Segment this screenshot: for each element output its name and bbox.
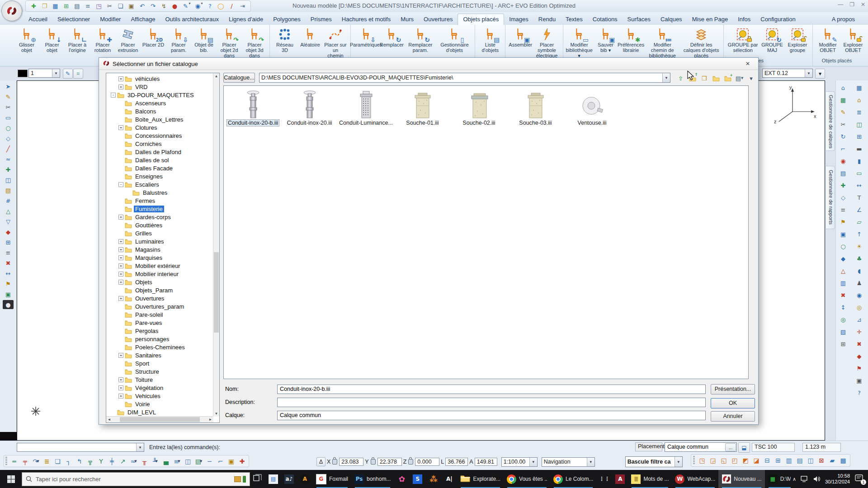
layer-assign-button[interactable]: ⬓ — [738, 442, 750, 453]
menu-tab-infos[interactable]: Infos — [733, 14, 755, 25]
toolbar-grip[interactable] — [693, 456, 695, 465]
file-item-conduit-inox-20-b-iii[interactable]: Conduit-inox-20-b.iii — [225, 89, 281, 126]
diamond-icon[interactable]: ◇ — [838, 193, 849, 202]
tree-item-objets[interactable]: +Objets — [106, 278, 213, 286]
tree-item-sanitaires[interactable]: +Sanitaires — [106, 351, 213, 359]
ribbon-button-placer-l-origine[interactable]: ∟Placer à l'origine — [65, 26, 90, 53]
file-item-souche-03-iii[interactable]: Souche-03.iii — [507, 89, 564, 126]
plus-grid-icon[interactable]: ⊞ — [838, 339, 849, 349]
x-coordinate-field[interactable]: 23.083 — [339, 458, 363, 466]
person-icon[interactable]: ♟ — [854, 278, 865, 288]
area-icon[interactable]: ▱ — [854, 217, 865, 227]
plus-tool-icon[interactable]: ✚ — [3, 165, 14, 174]
hatch-icon[interactable]: ▦ — [838, 95, 849, 105]
volume-icon[interactable] — [813, 476, 821, 482]
view-cube-front-icon[interactable]: ◩ — [741, 455, 750, 465]
menu-tab-surfaces[interactable]: Surfaces — [623, 14, 656, 25]
target-icon[interactable]: ◉ — [838, 156, 849, 166]
menu-tab-configuration[interactable]: Configuration — [755, 14, 800, 25]
curve-tool-icon[interactable]: ≈ — [3, 155, 14, 164]
ribbon-button-placer-2d[interactable]: 2DPlacer 2D — [141, 26, 166, 48]
y-lock-icon[interactable] — [371, 459, 376, 465]
tree-horizontal-scrollbar[interactable]: ◄ ► — [106, 416, 213, 422]
expand-icon[interactable]: + — [118, 239, 123, 244]
ribbon-button-sauver-bib[interactable]: ▣Sauver bib ▾ — [593, 26, 618, 53]
edit-icon[interactable]: ✎ — [838, 108, 849, 117]
ok-button[interactable]: OK — [711, 398, 755, 408]
cut-tool-icon[interactable]: ✂ — [3, 103, 14, 112]
file-item-souche-01-iii[interactable]: Souche-01.iii — [394, 89, 451, 126]
wall-arc-icon[interactable]: ↷▼ — [31, 456, 41, 466]
menu-tab-outils-architecturaux[interactable]: Outils architecturaux — [160, 14, 224, 25]
menu-tab-accueil[interactable]: Accueil — [24, 14, 52, 25]
tree-item-3d-pour-maquettes[interactable]: -3D-POUR_MAQUETTES — [106, 91, 213, 99]
tree-item-sport[interactable]: Sport — [106, 359, 213, 367]
calque-field[interactable]: Calque commun — [277, 411, 706, 420]
ribbon-button-placer-param[interactable]: ⇩Placer param. — [166, 26, 191, 53]
beam-icon[interactable]: ▬ — [854, 144, 865, 154]
expand-icon[interactable]: + — [118, 377, 123, 382]
wall-top-line-icon[interactable]: ╤ — [20, 456, 30, 466]
app-notes[interactable]: ≣Mots de ... — [628, 470, 672, 488]
tree-item-objets-param[interactable]: Objets_Param — [106, 286, 213, 294]
diamond-tool-icon[interactable]: ◇ — [3, 134, 14, 143]
description-field[interactable] — [277, 398, 706, 407]
wall-hatch-icon[interactable]: ▤▼ — [193, 456, 204, 466]
ribbon-button-groupe-par-s-lection[interactable]: GROUPE par sélection — [726, 26, 760, 53]
menu-tab-polygones[interactable]: Polygones — [268, 14, 306, 25]
no-view-icon[interactable]: ⊠ — [816, 455, 826, 465]
tree-item-dalles-facade[interactable]: Dalles Facade — [106, 164, 213, 172]
menu-tab-hachures-et-motifs[interactable]: Hachures et motifs — [337, 14, 396, 25]
app-people[interactable]: ▤ — [265, 470, 281, 488]
placement-button[interactable]: Placement — [635, 442, 662, 451]
library-icon[interactable]: ❒ — [699, 74, 709, 82]
chevron-down-icon[interactable]: ▼ — [200, 460, 202, 463]
tree-item-marquises[interactable]: +Marquises — [106, 253, 213, 262]
solid-diamond-icon[interactable]: ◆ — [838, 254, 849, 263]
view-cube-left-icon[interactable]: ◱ — [719, 455, 729, 465]
chevron-down-icon[interactable]: ▼ — [37, 460, 39, 463]
tree-item-personnages[interactable]: personnages — [106, 335, 213, 343]
new-file-icon[interactable]: ✚ — [29, 2, 38, 10]
highlight-icon[interactable]: ◯ — [217, 2, 225, 10]
z-coordinate-field[interactable]: 0.000 — [415, 458, 439, 466]
tree-item-balcons[interactable]: Balcons — [106, 107, 213, 115]
chevron-down-icon[interactable]: ▼ — [188, 2, 191, 10]
ribbon-button-d-finir-les-calques-d-objets-plac-s[interactable]: Définir les calques d'objets placés — [681, 26, 721, 59]
current-color-swatch[interactable] — [18, 70, 28, 77]
ribbon-button-remplacer-param[interactable]: ↻Remplacer param. — [404, 26, 436, 53]
paint-icon[interactable]: ◆ — [854, 352, 865, 361]
slab-icon[interactable]: ▭ — [854, 169, 865, 178]
expand-icon[interactable]: + — [118, 272, 123, 277]
tree-item-dalles-de-sol[interactable]: Dalles de sol — [106, 156, 213, 164]
hatch-tool-icon[interactable]: ▤ — [3, 186, 14, 195]
calque-more-button[interactable]: ... — [725, 443, 736, 451]
ribbon-button-liste-d-objets[interactable]: ▤Liste d'objets — [477, 26, 503, 53]
wall-panel-icon[interactable]: ❏ — [52, 456, 63, 466]
list-icon[interactable]: ≡ — [838, 205, 849, 215]
tree-item-vehicules[interactable]: +Vehicules — [106, 392, 213, 400]
mode-combo[interactable]: Navigation ▼ — [542, 457, 595, 467]
tree-item-balustres[interactable]: Balustres — [106, 188, 213, 197]
clip-minus-icon[interactable]: ⊟ — [762, 455, 772, 465]
circle-tool-icon[interactable]: ○ — [3, 123, 14, 132]
pencil-tool-icon[interactable]: ✎ — [3, 92, 14, 101]
layers-tool-icon[interactable]: ≡ — [3, 248, 14, 257]
menu-tab-a-propos[interactable]: A propos — [827, 14, 860, 25]
roof-icon[interactable]: ⌂ — [854, 95, 865, 105]
shade-view-icon[interactable]: ▩ — [838, 455, 848, 465]
catalogue-button[interactable]: Catalogue... — [223, 73, 255, 83]
presentation-button[interactable]: Présentation... — [711, 384, 755, 394]
chevron-down-icon[interactable]: ▼ — [134, 460, 137, 463]
ext-combo[interactable]: EXT 0.12 ▼ — [762, 69, 813, 78]
ribbon-button-glisser-objet[interactable]: ⊕Glisser objet — [14, 26, 39, 53]
pen-style-combo[interactable]: 1 ▼ — [28, 69, 60, 78]
expand-icon[interactable]: + — [118, 353, 123, 358]
app-arcplus[interactable]: Nouveau ... — [718, 470, 764, 488]
delta-toggle-button[interactable]: Δ — [316, 457, 326, 466]
paste-icon[interactable]: ▣ — [127, 2, 136, 10]
wall-single-icon[interactable]: ─ — [204, 456, 215, 466]
view-cube-back-icon[interactable]: ◪ — [751, 455, 761, 465]
app-photoshop[interactable]: Psbonhom... — [351, 470, 394, 488]
tree-item-escaliers[interactable]: -Escaliers — [106, 180, 213, 188]
